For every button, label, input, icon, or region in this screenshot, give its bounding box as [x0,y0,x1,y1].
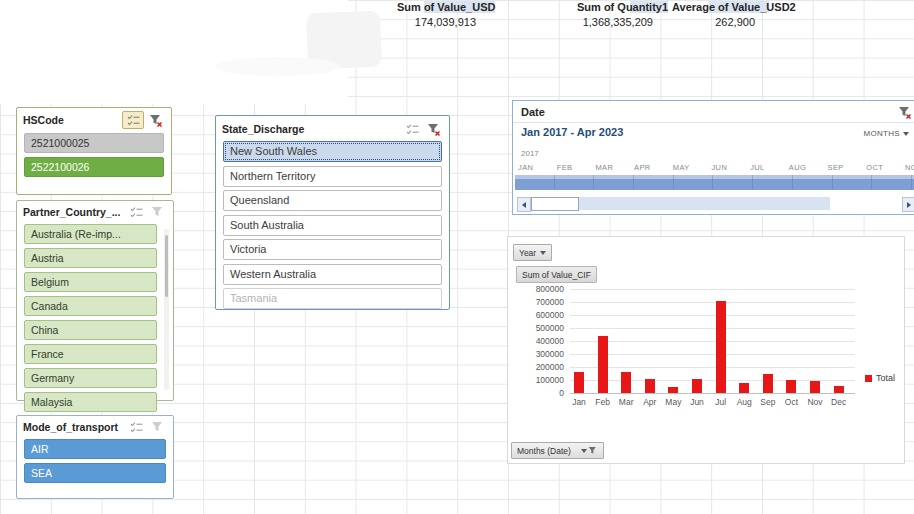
bar-jun [692,379,702,393]
timeline-month-label: JUL [750,163,789,172]
slicer-item-2522100026[interactable]: 2522100026 [24,157,164,177]
bar-nov [810,381,820,393]
multi-select-icon[interactable] [126,204,146,220]
scroll-left-icon[interactable] [517,197,531,212]
timeline-month-label: FEB [557,163,596,172]
blank-sheet-area [0,0,348,104]
slicer-item-germany[interactable]: Germany [24,368,157,388]
y-axis-tick-label: 800000 [516,284,564,294]
slicer-partner-country: Partner_Country_... Australia (Re-imp...… [16,200,174,401]
x-axis-tick-label: Jun [685,397,709,407]
timeline-range-label: Jan 2017 - Apr 2023 [521,126,623,138]
timeline-month-label: SEP [828,163,867,172]
timeline-selection-band[interactable] [515,175,914,190]
slicer-mode-of-transport-title: Mode_of_transport [23,421,124,433]
timeline-band-cell[interactable] [833,175,873,190]
chevron-down-icon [903,132,909,136]
timeline-band-cell[interactable] [753,175,793,190]
slicer-item-austria[interactable]: Austria [24,248,157,268]
slicer-mode-of-transport: Mode_of_transport AIRSEA [16,415,174,499]
y-axis-tick-label: 100000 [516,375,564,385]
chart-gridline [570,367,855,368]
chart-field-button-year[interactable]: Year [513,244,552,261]
clear-filter-icon[interactable] [148,419,168,435]
clear-filter-icon[interactable] [895,104,914,120]
x-axis-tick-label: Oct [779,397,803,407]
slicer-state-discharge: State_Discharge New South WalesNorthern … [215,115,450,310]
timeline-band-cell[interactable] [713,175,753,190]
legend-color-swatch [865,375,872,382]
slicer-item-canada[interactable]: Canada [24,296,157,316]
timeline-month-label: OCT [866,163,905,172]
timeline-level-label: MONTHS [864,129,900,138]
slicer-item-malaysia[interactable]: Malaysia [24,392,157,412]
scrollbar-thumb[interactable] [165,235,168,297]
slicer-item-australia-re-imp[interactable]: Australia (Re-imp... [24,224,157,244]
timeline-band-cell[interactable] [674,175,714,190]
clear-filter-icon[interactable] [424,121,444,137]
slicer-hscode: HSCode 25210000252522100026 [16,107,172,195]
chevron-down-icon [581,449,587,453]
slicer-item-victoria[interactable]: Victoria [223,239,442,260]
slicer-item-2521000025[interactable]: 2521000025 [24,133,164,153]
chart-gridline [570,393,855,394]
slicer-scrollbar[interactable] [164,229,169,390]
slicer-item-queensland[interactable]: Queensland [223,190,442,211]
y-axis-tick-label: 300000 [516,349,564,359]
slicer-item-france[interactable]: France [24,344,157,364]
multi-select-icon[interactable] [122,111,144,129]
timeline-level-selector[interactable]: MONTHS [864,129,909,138]
timeline-month-label: JAN [518,163,557,172]
chart-gridline [570,289,855,290]
scrollbar-thumb[interactable] [531,197,579,211]
x-axis-tick-label: Nov [803,397,827,407]
clear-filter-icon[interactable] [148,204,168,220]
chart-values-button[interactable]: Sum of Value_CIF [516,266,597,283]
chart-values-label: Sum of Value_CIF [522,270,591,280]
y-axis-tick-label: 700000 [516,297,564,307]
bar-oct [786,380,796,393]
timeline-month-label: NOV [905,163,914,172]
timeline-band-cell[interactable] [594,175,634,190]
timeline-month-label: MAY [673,163,712,172]
x-axis-tick-label: Jul [709,397,733,407]
slicer-item-northern-territory[interactable]: Northern Territory [223,166,442,187]
chart-gridline [570,302,855,303]
timeline-scrollbar[interactable] [517,197,914,210]
x-axis-tick-label: Dec [827,397,851,407]
slicer-item-tasmania[interactable]: Tasmania [223,288,442,309]
slicer-item-air[interactable]: AIR [24,439,166,459]
timeline-month-label: AUG [789,163,828,172]
timeline-date: Date Jan 2017 - Apr 2023 MONTHS 2017 JAN… [512,100,914,215]
scroll-right-icon[interactable] [902,197,914,212]
bar-jul [716,301,726,393]
slicer-item-sea[interactable]: SEA [24,463,166,483]
clear-filter-icon[interactable] [146,112,166,128]
chart-field-button-months[interactable]: Months (Date) [511,442,604,459]
slicer-item-western-australia[interactable]: Western Australia [223,264,442,285]
timeline-month-label: JUN [711,163,750,172]
chart-legend: Total [865,373,895,383]
timeline-band-cell[interactable] [634,175,674,190]
slicer-item-china[interactable]: China [24,320,157,340]
y-axis-tick-label: 600000 [516,310,564,320]
summary-label-value-usd: Sum of Value_USD [397,1,495,13]
x-axis-tick-label: Feb [591,397,615,407]
timeline-band-cell[interactable] [872,175,912,190]
slicer-item-belgium[interactable]: Belgium [24,272,157,292]
multi-select-icon[interactable] [402,121,422,137]
x-axis-tick-label: Aug [732,397,756,407]
slicer-hscode-title: HSCode [23,114,120,126]
timeline-year-label: 2017 [521,149,539,158]
slicer-item-new-south-wales[interactable]: New South Wales [223,141,442,162]
slicer-item-south-australia[interactable]: South Australia [223,215,442,236]
y-axis-tick-label: 0 [516,388,564,398]
y-axis-tick-label: 200000 [516,362,564,372]
timeline-title: Date [521,106,893,118]
timeline-band-cell[interactable] [515,175,555,190]
chevron-down-icon [540,251,546,255]
timeline-band-cell[interactable] [793,175,833,190]
multi-select-icon[interactable] [126,419,146,435]
timeline-band-cell[interactable] [555,175,595,190]
summary-value-value-usd: 174,039,913 [397,16,476,28]
